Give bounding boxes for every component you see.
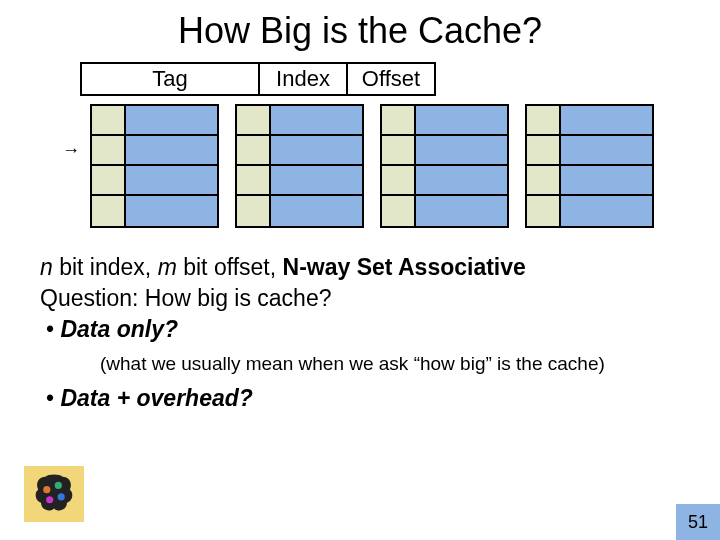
cache-diagram: →	[90, 104, 720, 234]
var-n: n	[40, 254, 53, 280]
svg-point-0	[43, 486, 50, 493]
index-arrow-icon: →	[62, 140, 80, 161]
cache-data-column	[414, 104, 509, 228]
cache-tag-column	[525, 104, 561, 228]
cache-way	[380, 104, 509, 228]
bullet-marker: •	[46, 316, 60, 342]
bullet-text: Data only?	[60, 316, 178, 342]
svg-point-3	[46, 496, 53, 503]
svg-point-1	[55, 482, 62, 489]
bullet-data-only: • Data only?	[46, 314, 680, 345]
addr-tag-cell: Tag	[80, 62, 260, 96]
page-number: 51	[676, 504, 720, 540]
slide-title: How Big is the Cache?	[0, 10, 720, 52]
cache-tag-column	[235, 104, 271, 228]
cache-way	[235, 104, 364, 228]
text-nway: N-way Set Associative	[283, 254, 526, 280]
cache-data-column	[559, 104, 654, 228]
bullet-data-overhead: • Data + overhead?	[46, 383, 680, 414]
address-breakdown: Tag Index Offset	[80, 62, 720, 96]
addr-index-cell: Index	[258, 62, 348, 96]
parenthetical: (what we usually mean when we ask “how b…	[100, 351, 680, 377]
svg-point-2	[58, 493, 65, 500]
text-span: bit index,	[53, 254, 158, 280]
brain-icon	[24, 466, 84, 522]
cache-way	[525, 104, 654, 228]
bullet-text: Data + overhead?	[60, 385, 252, 411]
cache-tag-column	[380, 104, 416, 228]
text-span: bit offset,	[177, 254, 283, 280]
cache-data-column	[124, 104, 219, 228]
cache-data-column	[269, 104, 364, 228]
bullet-marker: •	[46, 385, 60, 411]
line-question: Question: How big is cache?	[40, 283, 680, 314]
var-m: m	[158, 254, 177, 280]
addr-offset-cell: Offset	[346, 62, 436, 96]
cache-way	[90, 104, 219, 228]
cache-tag-column	[90, 104, 126, 228]
body-text: n bit index, m bit offset, N-way Set Ass…	[40, 252, 680, 414]
line-index-offset: n bit index, m bit offset, N-way Set Ass…	[40, 252, 680, 283]
